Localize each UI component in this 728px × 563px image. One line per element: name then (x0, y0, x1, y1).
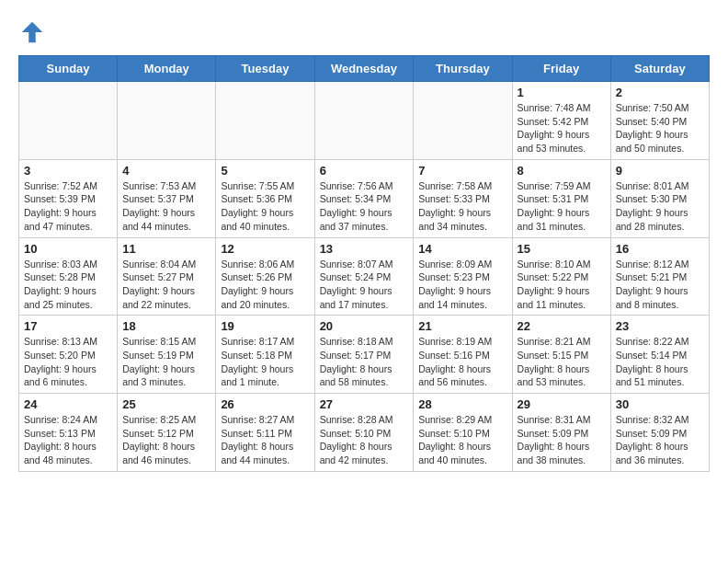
day-number: 3 (24, 164, 112, 178)
day-info: Sunrise: 8:12 AM Sunset: 5:21 PM Dayligh… (616, 258, 704, 312)
day-number: 26 (221, 397, 309, 411)
day-number: 27 (320, 397, 409, 411)
day-info: Sunrise: 7:56 AM Sunset: 5:34 PM Dayligh… (320, 179, 409, 234)
calendar-cell: 30Sunrise: 8:32 AM Sunset: 5:09 PM Dayli… (610, 394, 709, 472)
day-info: Sunrise: 7:53 AM Sunset: 5:37 PM Dayligh… (122, 179, 210, 234)
day-number: 15 (518, 242, 606, 256)
day-info: Sunrise: 8:29 AM Sunset: 5:10 PM Dayligh… (418, 413, 506, 467)
day-number: 4 (122, 164, 210, 178)
calendar-cell: 11Sunrise: 8:04 AM Sunset: 5:27 PM Dayli… (118, 237, 216, 316)
calendar-cell: 23Sunrise: 8:22 AM Sunset: 5:14 PM Dayli… (610, 316, 709, 394)
day-number: 28 (418, 397, 506, 411)
day-info: Sunrise: 8:03 AM Sunset: 5:28 PM Dayligh… (24, 258, 112, 312)
day-info: Sunrise: 8:10 AM Sunset: 5:22 PM Dayligh… (518, 258, 606, 312)
day-number: 18 (122, 319, 210, 333)
day-number: 24 (24, 397, 112, 411)
day-number: 9 (616, 164, 704, 178)
calendar-cell (19, 82, 118, 160)
day-info: Sunrise: 8:17 AM Sunset: 5:18 PM Dayligh… (221, 335, 309, 389)
day-number: 20 (320, 319, 409, 333)
day-number: 5 (221, 164, 309, 178)
logo (18, 18, 51, 46)
day-info: Sunrise: 8:27 AM Sunset: 5:11 PM Dayligh… (221, 413, 309, 467)
calendar-week-row: 3Sunrise: 7:52 AM Sunset: 5:39 PM Daylig… (19, 159, 710, 237)
calendar-cell: 18Sunrise: 8:15 AM Sunset: 5:19 PM Dayli… (118, 316, 216, 394)
calendar-cell: 13Sunrise: 8:07 AM Sunset: 5:24 PM Dayli… (314, 237, 414, 316)
day-info: Sunrise: 8:06 AM Sunset: 5:26 PM Dayligh… (221, 258, 309, 312)
calendar-cell: 6Sunrise: 7:56 AM Sunset: 5:34 PM Daylig… (314, 159, 414, 237)
weekday-header: Thursday (414, 56, 512, 82)
header (18, 18, 710, 46)
day-info: Sunrise: 8:32 AM Sunset: 5:09 PM Dayligh… (616, 413, 704, 467)
calendar-cell: 26Sunrise: 8:27 AM Sunset: 5:11 PM Dayli… (216, 394, 314, 472)
calendar-cell: 22Sunrise: 8:21 AM Sunset: 5:15 PM Dayli… (512, 316, 610, 394)
day-number: 25 (122, 397, 210, 411)
calendar-cell: 27Sunrise: 8:28 AM Sunset: 5:10 PM Dayli… (314, 394, 414, 472)
calendar-cell: 21Sunrise: 8:19 AM Sunset: 5:16 PM Dayli… (414, 316, 512, 394)
day-number: 11 (122, 242, 210, 256)
day-info: Sunrise: 8:19 AM Sunset: 5:16 PM Dayligh… (418, 335, 506, 389)
calendar-cell: 3Sunrise: 7:52 AM Sunset: 5:39 PM Daylig… (19, 159, 118, 237)
calendar-cell: 28Sunrise: 8:29 AM Sunset: 5:10 PM Dayli… (414, 394, 512, 472)
calendar-cell: 1Sunrise: 7:48 AM Sunset: 5:42 PM Daylig… (512, 82, 610, 160)
day-info: Sunrise: 8:01 AM Sunset: 5:30 PM Dayligh… (616, 179, 704, 234)
day-info: Sunrise: 7:48 AM Sunset: 5:42 PM Dayligh… (518, 101, 606, 155)
day-number: 2 (616, 86, 704, 99)
calendar-cell: 7Sunrise: 7:58 AM Sunset: 5:33 PM Daylig… (414, 159, 512, 237)
day-info: Sunrise: 7:59 AM Sunset: 5:31 PM Dayligh… (518, 179, 606, 234)
day-info: Sunrise: 8:18 AM Sunset: 5:17 PM Dayligh… (320, 335, 409, 389)
calendar-header: SundayMondayTuesdayWednesdayThursdayFrid… (19, 56, 710, 82)
day-number: 21 (418, 319, 506, 333)
day-number: 16 (616, 242, 704, 256)
calendar-cell (118, 82, 216, 160)
calendar-cell: 24Sunrise: 8:24 AM Sunset: 5:13 PM Dayli… (19, 394, 118, 472)
calendar-cell (314, 82, 414, 160)
calendar-week-row: 10Sunrise: 8:03 AM Sunset: 5:28 PM Dayli… (19, 237, 710, 316)
weekday-header: Friday (512, 56, 610, 82)
day-info: Sunrise: 8:21 AM Sunset: 5:15 PM Dayligh… (518, 335, 606, 389)
calendar-week-row: 1Sunrise: 7:48 AM Sunset: 5:42 PM Daylig… (19, 82, 710, 160)
calendar-cell: 8Sunrise: 7:59 AM Sunset: 5:31 PM Daylig… (512, 159, 610, 237)
day-number: 12 (221, 242, 309, 256)
day-info: Sunrise: 8:24 AM Sunset: 5:13 PM Dayligh… (24, 413, 112, 467)
day-info: Sunrise: 8:04 AM Sunset: 5:27 PM Dayligh… (122, 258, 210, 312)
calendar-cell: 2Sunrise: 7:50 AM Sunset: 5:40 PM Daylig… (610, 82, 709, 160)
logo-icon (18, 18, 46, 46)
calendar-body: 1Sunrise: 7:48 AM Sunset: 5:42 PM Daylig… (19, 82, 710, 472)
calendar-cell: 5Sunrise: 7:55 AM Sunset: 5:36 PM Daylig… (216, 159, 314, 237)
day-number: 14 (418, 242, 506, 256)
day-info: Sunrise: 8:13 AM Sunset: 5:20 PM Dayligh… (24, 335, 112, 389)
day-info: Sunrise: 7:52 AM Sunset: 5:39 PM Dayligh… (24, 179, 112, 234)
calendar-cell (414, 82, 512, 160)
calendar-week-row: 17Sunrise: 8:13 AM Sunset: 5:20 PM Dayli… (19, 316, 710, 394)
weekday-header: Wednesday (314, 56, 414, 82)
day-number: 10 (24, 242, 112, 256)
weekday-header: Saturday (610, 56, 709, 82)
weekday-header: Tuesday (216, 56, 314, 82)
day-number: 8 (518, 164, 606, 178)
day-number: 17 (24, 319, 112, 333)
day-number: 7 (418, 164, 506, 178)
calendar-cell: 20Sunrise: 8:18 AM Sunset: 5:17 PM Dayli… (314, 316, 414, 394)
day-info: Sunrise: 7:58 AM Sunset: 5:33 PM Dayligh… (418, 179, 506, 234)
day-info: Sunrise: 7:55 AM Sunset: 5:36 PM Dayligh… (221, 179, 309, 234)
day-number: 23 (616, 319, 704, 333)
weekday-header: Sunday (19, 56, 118, 82)
calendar-cell: 29Sunrise: 8:31 AM Sunset: 5:09 PM Dayli… (512, 394, 610, 472)
weekday-header: Monday (118, 56, 216, 82)
calendar-cell: 9Sunrise: 8:01 AM Sunset: 5:30 PM Daylig… (610, 159, 709, 237)
calendar-cell: 19Sunrise: 8:17 AM Sunset: 5:18 PM Dayli… (216, 316, 314, 394)
calendar-cell (216, 82, 314, 160)
day-number: 22 (518, 319, 606, 333)
calendar-cell: 17Sunrise: 8:13 AM Sunset: 5:20 PM Dayli… (19, 316, 118, 394)
weekday-row: SundayMondayTuesdayWednesdayThursdayFrid… (19, 56, 710, 82)
day-number: 29 (518, 397, 606, 411)
calendar-cell: 12Sunrise: 8:06 AM Sunset: 5:26 PM Dayli… (216, 237, 314, 316)
day-info: Sunrise: 8:07 AM Sunset: 5:24 PM Dayligh… (320, 258, 409, 312)
calendar-cell: 10Sunrise: 8:03 AM Sunset: 5:28 PM Dayli… (19, 237, 118, 316)
calendar-cell: 16Sunrise: 8:12 AM Sunset: 5:21 PM Dayli… (610, 237, 709, 316)
day-info: Sunrise: 8:31 AM Sunset: 5:09 PM Dayligh… (518, 413, 606, 467)
calendar-week-row: 24Sunrise: 8:24 AM Sunset: 5:13 PM Dayli… (19, 394, 710, 472)
day-info: Sunrise: 7:50 AM Sunset: 5:40 PM Dayligh… (616, 101, 704, 155)
day-info: Sunrise: 8:25 AM Sunset: 5:12 PM Dayligh… (122, 413, 210, 467)
